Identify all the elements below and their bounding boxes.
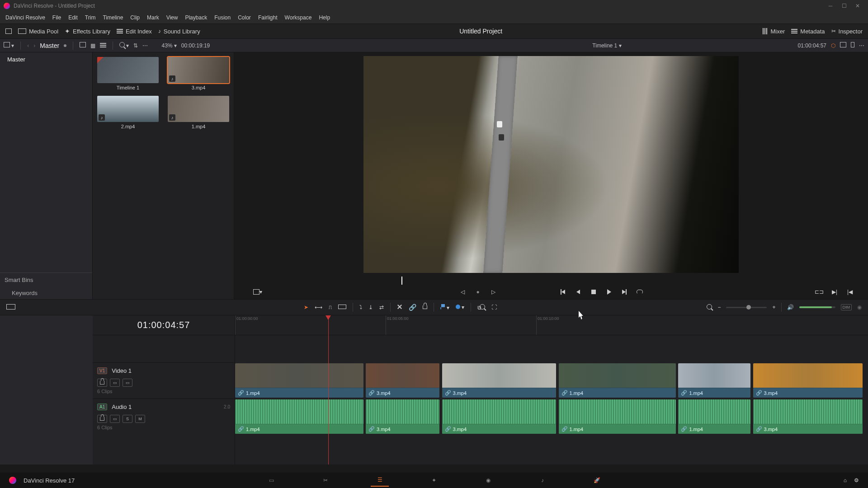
source-timecode[interactable]: 00:00:19:19: [181, 42, 210, 49]
menu-view[interactable]: View: [163, 13, 182, 22]
timeline-view-options-button[interactable]: [6, 304, 15, 311]
insert-clip-button[interactable]: ⤵: [359, 304, 362, 310]
mute-button[interactable]: ◉: [857, 304, 862, 310]
timeline-timecode[interactable]: 01:00:04:57: [93, 315, 235, 335]
bin-search-button[interactable]: ▾: [119, 42, 129, 49]
metadata-button[interactable]: Metadata: [791, 28, 825, 35]
track-lock-button[interactable]: [97, 415, 107, 423]
edit-index-button[interactable]: Edit Index: [117, 28, 152, 35]
selection-tool-button[interactable]: ➤: [304, 304, 308, 310]
window-close-button[interactable]: ✕: [851, 3, 864, 9]
dim-button[interactable]: DIM: [841, 304, 852, 310]
track-auto-select-button[interactable]: ▭: [110, 379, 120, 387]
stop-button[interactable]: [589, 287, 598, 296]
monitor-volume-icon[interactable]: 🔊: [787, 304, 794, 310]
track-header-v1[interactable]: V1 Video 1 ▭ ▭ 6 Clips: [93, 362, 235, 399]
window-minimize-button[interactable]: ─: [824, 3, 837, 9]
audio-clip[interactable]: 🔗3.mp4: [753, 399, 863, 434]
video-clip[interactable]: 🔗3.mp4: [366, 363, 439, 398]
home-button[interactable]: ⌂: [844, 477, 847, 483]
single-viewer-button[interactable]: [851, 42, 854, 49]
timeline-body[interactable]: 01:00:00:00 01:00:05:00 01:00:10:00 🔗1.m…: [235, 315, 868, 465]
track-name[interactable]: Audio 1: [112, 404, 132, 410]
trim-tool-button[interactable]: ⟷: [315, 304, 322, 310]
bin-gridview-button[interactable]: ▦: [90, 42, 95, 49]
in-out-range-button[interactable]: ⊏⊐: [815, 287, 824, 296]
step-back-button[interactable]: [574, 287, 583, 296]
page-tab-edit[interactable]: ☰: [371, 474, 389, 487]
page-tab-cut[interactable]: ✂: [316, 474, 335, 487]
loop-button[interactable]: [635, 287, 644, 296]
timeline-ruler[interactable]: 01:00:00:00 01:00:05:00 01:00:10:00: [235, 315, 868, 335]
linked-move-button[interactable]: ⛶: [491, 304, 497, 310]
track-badge[interactable]: A1: [97, 404, 107, 410]
bin-options-button[interactable]: ⋯: [142, 42, 148, 49]
viewer-mode-button[interactable]: ▾: [253, 287, 262, 296]
video-clip[interactable]: 🔗3.mp4: [442, 363, 557, 398]
menu-timeline[interactable]: Timeline: [99, 13, 127, 22]
record-timecode[interactable]: 01:00:04:57: [798, 42, 826, 49]
menu-fairlight[interactable]: Fairlight: [255, 13, 281, 22]
go-first-button[interactable]: [558, 287, 567, 296]
sound-library-button[interactable]: ♪Sound Library: [158, 28, 200, 35]
dynamic-trim-button[interactable]: ⎍: [329, 304, 332, 310]
page-tab-fairlight[interactable]: ♪: [533, 474, 552, 487]
match-frame-next-button[interactable]: ▷: [489, 287, 498, 296]
timeline-selector[interactable]: Timeline 1 ▾: [592, 42, 621, 49]
link-button[interactable]: 🔗: [409, 304, 416, 311]
menu-edit[interactable]: Edit: [65, 13, 81, 22]
timeline-zoom-slider[interactable]: [726, 307, 767, 308]
menu-davinci[interactable]: DaVinci Resolve: [2, 13, 49, 22]
page-tab-media[interactable]: ▭: [262, 474, 280, 487]
audio-clip[interactable]: 🔗1.mp4: [235, 399, 363, 434]
smart-bins-header[interactable]: Smart Bins: [0, 272, 92, 287]
zoom-out-button[interactable]: [707, 304, 712, 311]
sidebar-toggle-button[interactable]: ▾: [4, 42, 14, 49]
razor-button[interactable]: [397, 304, 402, 311]
video-clip[interactable]: 🔗1.mp4: [678, 363, 750, 398]
history-back-button[interactable]: ‹: [27, 42, 29, 49]
menu-file[interactable]: File: [49, 13, 65, 22]
viewer-playhead[interactable]: [401, 277, 402, 285]
timeline-zoom-minus[interactable]: −: [717, 304, 721, 310]
menu-color[interactable]: Color: [234, 13, 255, 22]
track-header-a1[interactable]: A1 Audio 1 2.0 ▭ S M 6 Clips: [93, 399, 235, 435]
track-lock-button[interactable]: [97, 379, 107, 387]
fullscreen-toggle-button[interactable]: [5, 28, 12, 34]
bin-sort-button[interactable]: ⇅: [133, 42, 138, 49]
media-clip[interactable]: ♪ 3.mp4: [168, 57, 229, 90]
track-mute-button[interactable]: M: [135, 415, 145, 423]
viewer-options-button[interactable]: ⋯: [859, 42, 864, 49]
project-settings-button[interactable]: ⚙: [854, 477, 859, 483]
menu-fusion[interactable]: Fusion: [211, 13, 234, 22]
media-clip[interactable]: ♪ 1.mp4: [168, 96, 229, 129]
history-forward-button[interactable]: ›: [33, 42, 35, 49]
replace-clip-button[interactable]: ⇄: [379, 304, 384, 310]
bin-thumbview-button[interactable]: [80, 42, 86, 49]
viewer-zoom[interactable]: 43% ▾: [161, 42, 176, 49]
video-clip[interactable]: 🔗3.mp4: [753, 363, 863, 398]
media-clip[interactable]: Timeline 1: [97, 57, 159, 90]
flag-button[interactable]: ▾: [440, 304, 449, 311]
track-enable-button[interactable]: ▭: [123, 379, 132, 387]
marker-button[interactable]: ▾: [456, 304, 464, 310]
mixer-button[interactable]: Mixer: [762, 28, 785, 35]
page-tab-color[interactable]: ◉: [479, 474, 497, 487]
viewer-canvas[interactable]: [363, 56, 739, 273]
video-clip[interactable]: 🔗1.mp4: [559, 363, 676, 398]
timeline-playhead[interactable]: [328, 315, 329, 465]
page-tab-fusion[interactable]: ✦: [425, 474, 443, 487]
monitor-volume-slider[interactable]: [799, 306, 835, 308]
overwrite-clip-button[interactable]: ⤓: [368, 304, 373, 310]
audio-clip[interactable]: 🔗1.mp4: [559, 399, 676, 434]
track-auto-select-button[interactable]: ▭: [110, 415, 120, 423]
audio-track-lane[interactable]: 🔗1.mp4🔗3.mp4🔗3.mp4🔗1.mp4🔗1.mp4🔗3.mp4: [235, 399, 868, 435]
track-name[interactable]: Video 1: [112, 367, 132, 374]
bin-path[interactable]: Master: [40, 42, 59, 49]
go-last-button[interactable]: [620, 287, 629, 296]
smart-bin-keywords[interactable]: Keywords: [0, 287, 92, 299]
timeline-zoom-plus[interactable]: +: [772, 304, 775, 310]
inspector-button[interactable]: ✂Inspector: [831, 28, 863, 35]
menu-workspace[interactable]: Workspace: [281, 13, 316, 22]
go-out-button[interactable]: |◀: [845, 287, 854, 296]
